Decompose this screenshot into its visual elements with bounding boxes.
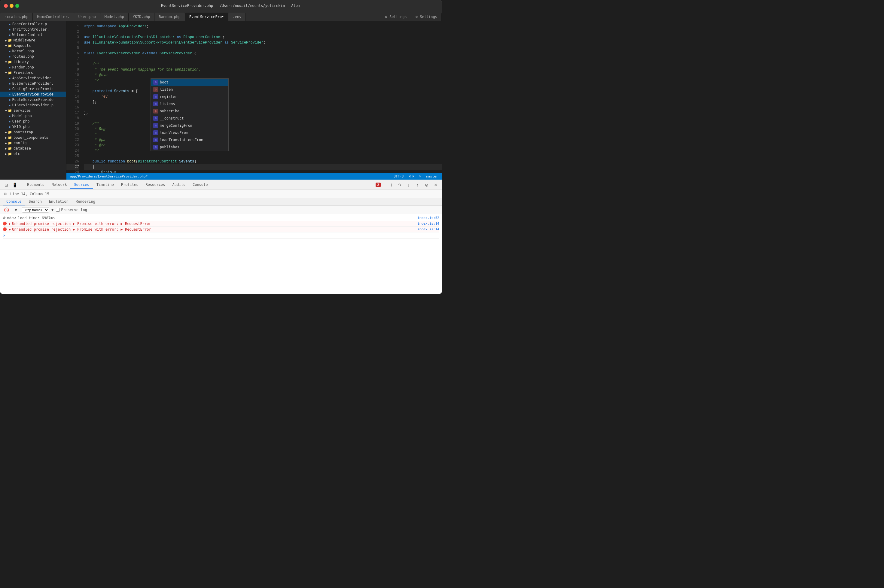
- tab-settings-2[interactable]: ⚙ Settings: [411, 13, 442, 21]
- console-secondary-bar: 🚫 ▼ <top frame> ▼ Preserve log: [0, 206, 442, 214]
- console-text-error-1: Unhandled promise rejection ▶ Promise wi…: [12, 222, 151, 226]
- arrow-icon: ▼: [5, 60, 7, 64]
- autocomplete-item-boot[interactable]: m boot: [151, 79, 229, 86]
- console-location-0[interactable]: index.is:52: [417, 216, 439, 220]
- devtools-tab-sources[interactable]: Sources: [70, 182, 93, 189]
- devtools-tab-audits[interactable]: Audits: [169, 182, 189, 189]
- tab-env[interactable]: .env: [229, 13, 246, 21]
- error-expand-2[interactable]: ▶: [9, 227, 11, 231]
- sidebar-item-config[interactable]: ▶ 📁 config: [0, 140, 66, 146]
- preserve-log-checkbox[interactable]: [56, 208, 60, 212]
- inspect-element-button[interactable]: ⊡: [3, 182, 10, 189]
- pause-button[interactable]: ⏸: [387, 182, 394, 189]
- error-expand-1[interactable]: ▶: [9, 222, 11, 226]
- console-location-2[interactable]: index.is:14: [417, 227, 439, 231]
- tab-homecontroller[interactable]: HomeController.: [33, 13, 74, 21]
- tab-ykid[interactable]: YKID.php: [129, 13, 155, 21]
- sidebar-item-random[interactable]: ▪ Random.php: [0, 64, 66, 70]
- devtools-tab-profiles[interactable]: Profiles: [117, 182, 142, 189]
- maximize-button[interactable]: [15, 4, 19, 8]
- autocomplete-item-register[interactable]: m register: [151, 93, 229, 100]
- autocomplete-item-mergeconfigfrom[interactable]: m mergeConfigFrom: [151, 122, 229, 129]
- console-tab-search[interactable]: Search: [25, 198, 45, 206]
- sidebar-item-eventserviceprovider[interactable]: ▪ EventServiceProvide: [0, 92, 66, 97]
- sidebar-item-middleware[interactable]: ▶ 📁 Middleware: [0, 38, 66, 43]
- sidebar-item-ykid[interactable]: ▪ YKID.php: [0, 124, 66, 129]
- branch-label: master: [426, 174, 438, 178]
- arrow-icon: ▼: [5, 71, 7, 75]
- devtools-tab-resources[interactable]: Resources: [142, 182, 169, 189]
- autocomplete-item-subscribe[interactable]: p subscribe: [151, 108, 229, 115]
- preserve-log-text: Preserve log: [61, 208, 87, 212]
- folder-icon: 📁: [8, 44, 12, 48]
- autocomplete-item-publishes[interactable]: m publishes: [151, 144, 229, 151]
- clear-console-button[interactable]: 🚫: [3, 206, 10, 213]
- devtools-tab-network[interactable]: Network: [48, 182, 71, 189]
- sidebar-item-bootstrap[interactable]: ▶ 📁 bootstrap: [0, 129, 66, 135]
- sidebar-item-etc[interactable]: ▶ 📁 etc: [0, 151, 66, 156]
- sidebar-item-routeserviceprovider[interactable]: ▪ RouteServiceProvide: [0, 97, 66, 102]
- tab-settings-1[interactable]: ⚙ Settings: [381, 13, 411, 21]
- devtools-panel: ⊡ 📱 Elements Network Sources Timeline Pr…: [0, 180, 442, 294]
- step-over-button[interactable]: ↷: [396, 182, 403, 189]
- folder-icon: 📁: [8, 39, 12, 42]
- sidebar-item-database[interactable]: ▶ 📁 database: [0, 146, 66, 151]
- tab-random[interactable]: Random.php: [155, 13, 185, 21]
- sidebar-item-library[interactable]: ▼ 📁 Library: [0, 59, 66, 64]
- sidebar-item-uiserviceprovider[interactable]: ▪ UIServiceProvider.p: [0, 102, 66, 108]
- devtools-tab-timeline[interactable]: Timeline: [93, 182, 117, 189]
- language-label: PHP: [408, 174, 414, 178]
- sidebar-item-welcomecontrol[interactable]: ▪ WelcomeControl: [0, 32, 66, 38]
- sidebar-item-kernel[interactable]: ▪ Kernel.php: [0, 48, 66, 54]
- filter-button[interactable]: ▼: [12, 206, 20, 213]
- file-icon: ▪: [9, 66, 11, 69]
- autocomplete-item-construct[interactable]: m __construct: [151, 115, 229, 122]
- step-out-button[interactable]: ↑: [414, 182, 421, 189]
- code-editor[interactable]: 1 2 3 4 5 6 7 8 9 10 11 12 13 14: [66, 21, 442, 173]
- step-in-button[interactable]: ↓: [405, 182, 412, 189]
- property-icon: p: [153, 87, 158, 92]
- close-button[interactable]: [4, 4, 8, 8]
- sidebar-item-requests[interactable]: ▼ 📁 Requests: [0, 43, 66, 48]
- autocomplete-item-loadviewsfrom[interactable]: m loadViewsFrom: [151, 129, 229, 136]
- sidebar-item-configserviceprovider[interactable]: ▪ ConfigServiceProvic: [0, 86, 66, 92]
- error-icon-1: 🔴: [3, 222, 7, 225]
- method-icon: m: [153, 80, 158, 85]
- sidebar-item-busserviceprovider[interactable]: ▪ BusServiceProvider.: [0, 81, 66, 86]
- folder-icon: 📁: [8, 109, 12, 112]
- console-tab-rendering[interactable]: Rendering: [72, 198, 99, 206]
- tab-eventservice[interactable]: EventServicePro•: [185, 13, 229, 21]
- autocomplete-item-listens[interactable]: m listens: [151, 100, 229, 108]
- devtools-tab-console[interactable]: Console: [189, 182, 212, 189]
- method-icon: m: [153, 130, 158, 135]
- autocomplete-item-listen[interactable]: p listen: [151, 86, 229, 93]
- devtools-tab-elements[interactable]: Elements: [23, 182, 48, 189]
- console-location-1[interactable]: index.is:14: [417, 222, 439, 225]
- console-tab-emulation[interactable]: Emulation: [45, 198, 72, 206]
- close-devtools-button[interactable]: ✕: [432, 182, 439, 189]
- minimize-button[interactable]: [10, 4, 14, 8]
- sidebar-item-user[interactable]: ▪ User.php: [0, 118, 66, 124]
- sidebar-item-appserviceprovider[interactable]: ▪ AppServiceProvider: [0, 75, 66, 81]
- deactivate-button[interactable]: ⊘: [423, 182, 430, 189]
- line-info-icon[interactable]: ⊞: [3, 190, 8, 198]
- autocomplete-item-loadtranslationsfrom[interactable]: m loadTranslationsFrom: [151, 136, 229, 144]
- sidebar-item-routes[interactable]: ▪ routes.php: [0, 54, 66, 59]
- file-icon: ▪: [9, 76, 11, 80]
- file-icon: ▪: [9, 93, 11, 96]
- tab-user[interactable]: User.php: [74, 13, 100, 21]
- frame-selector[interactable]: <top frame>: [22, 207, 49, 213]
- tab-model[interactable]: Model.php: [100, 13, 129, 21]
- sidebar-item-pagecontroller[interactable]: ▪ PageController.p: [0, 21, 66, 27]
- file-icon: ▪: [9, 103, 11, 107]
- sidebar-item-providers[interactable]: ▼ 📁 Providers: [0, 70, 66, 75]
- console-text-windowload: Window load time: 6987ms: [3, 216, 55, 220]
- sidebar-item-model[interactable]: ▪ Model.php: [0, 113, 66, 118]
- sidebar-item-thriftcontroller[interactable]: ▪ ThriftController.: [0, 27, 66, 32]
- status-bar: app/Providers/EventServiceProvider.php* …: [66, 173, 442, 180]
- sidebar-item-bower[interactable]: ▶ 📁 bower_components: [0, 135, 66, 140]
- device-emulation-button[interactable]: 📱: [11, 182, 18, 189]
- console-tab-console[interactable]: Console: [3, 198, 25, 206]
- tab-scratch[interactable]: scratch.php: [0, 13, 33, 21]
- sidebar-item-services[interactable]: ▼ 📁 Services: [0, 108, 66, 113]
